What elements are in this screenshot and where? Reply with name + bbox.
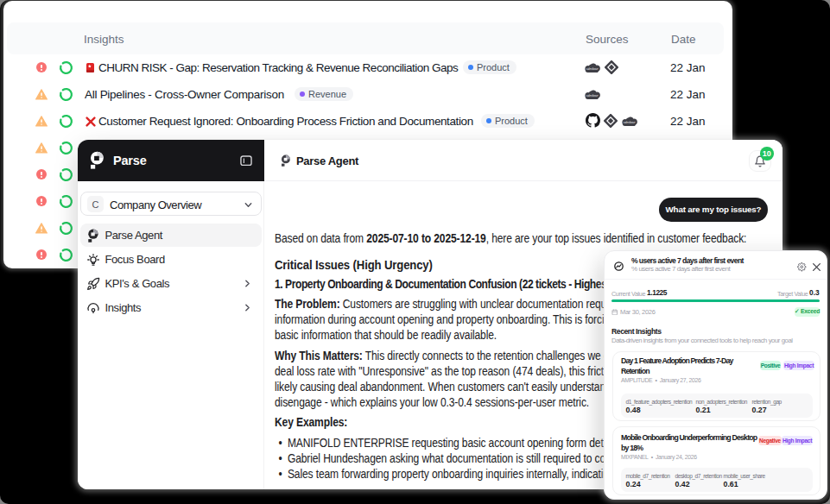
- svg-text:salesforce: salesforce: [624, 121, 636, 124]
- svg-text:salesforce: salesforce: [586, 94, 599, 98]
- svg-text:salesforce: salesforce: [586, 67, 599, 71]
